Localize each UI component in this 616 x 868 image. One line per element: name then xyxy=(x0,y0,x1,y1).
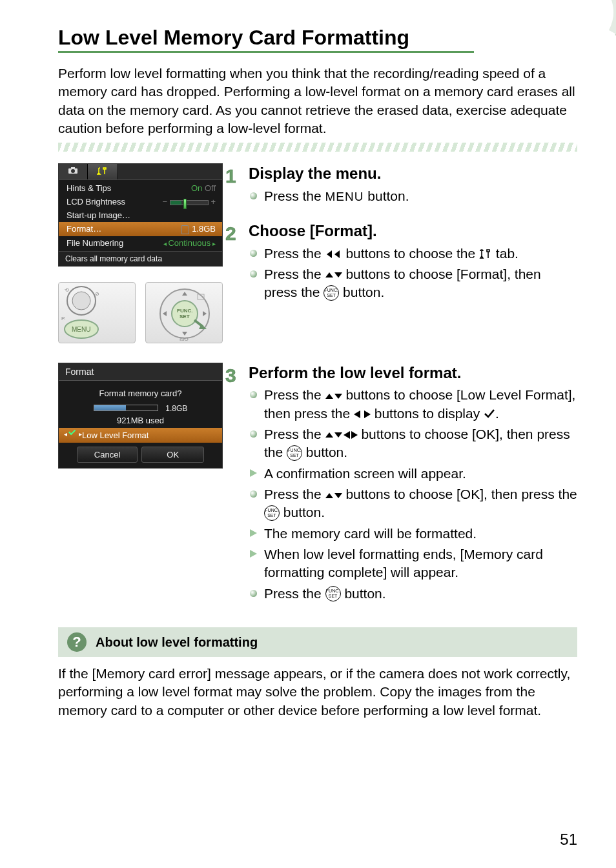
svg-marker-28 xyxy=(364,410,371,418)
funcset-button-illustration: FUNC. SET ISO xyxy=(145,282,223,343)
question-mark-icon: ? xyxy=(67,632,87,652)
menu-button-label: MENU xyxy=(325,190,364,203)
page-number: 51 xyxy=(560,831,577,849)
up-down-icon xyxy=(325,269,342,281)
svg-text:ISO: ISO xyxy=(180,336,189,342)
filenum-value: ◂ Continuous ▸ xyxy=(163,238,216,248)
step-2-item-1: Press the buttons to choose the tab. xyxy=(249,245,577,263)
format-size: 1.8GB xyxy=(165,404,187,413)
step-3-item-7: Press the FUNC.SET button. xyxy=(249,585,577,603)
check-icon xyxy=(68,428,76,435)
left-right-icon xyxy=(325,248,342,260)
svg-marker-26 xyxy=(334,394,342,399)
tab-camera xyxy=(59,164,88,179)
menu-row-filenum: File Numbering ◂ Continuous ▸ xyxy=(59,236,222,250)
low-level-format-row: ◂ ▸ Low Level Format xyxy=(59,428,222,443)
about-body: If the [Memory card error] message appea… xyxy=(58,665,577,720)
step-3-item-1: Press the buttons to choose [Low Level F… xyxy=(249,386,577,423)
step-2-heading: Choose [Format]. xyxy=(249,221,577,241)
about-heading-bar: ? About low level formatting xyxy=(58,627,577,657)
funcset-dial-icon: FUNC. SET ISO xyxy=(146,283,223,344)
funcset-icon: FUNC.SET xyxy=(264,505,280,521)
step-3-item-2: Press the buttons to choose [OK], then p… xyxy=(249,425,577,462)
svg-marker-33 xyxy=(325,493,333,498)
left-right-icon xyxy=(354,409,371,420)
format-question: Format memory card? xyxy=(64,389,217,398)
step-3-item-6: When low level formatting ends, [Memory … xyxy=(249,545,577,582)
ok-button: OK xyxy=(141,447,204,463)
step-number-2: 2 xyxy=(225,221,236,247)
lcd-value: − + xyxy=(163,197,216,207)
svg-point-4 xyxy=(72,292,90,310)
svg-point-2 xyxy=(71,169,75,173)
svg-marker-32 xyxy=(351,431,358,439)
menu-screenshot: Hints & Tips On Off LCD Brightness − + S… xyxy=(58,163,223,267)
step-number-1: 1 xyxy=(225,163,236,190)
startup-label: Start-up Image… xyxy=(67,210,130,220)
hints-label: Hints & Tips xyxy=(67,183,111,193)
filenum-label: File Numbering xyxy=(67,238,123,248)
step-3-item-5: The memory card will be formatted. xyxy=(249,525,577,543)
up-down-icon xyxy=(325,490,342,501)
memory-card-icon xyxy=(181,225,189,234)
step-1: 1 Display the menu. Press the MENU butto… xyxy=(249,163,577,205)
menu-row-format: Format… 1.8GB xyxy=(59,222,222,236)
svg-rect-1 xyxy=(71,167,75,169)
tools-icon xyxy=(97,167,108,176)
format-dialog-title: Format xyxy=(59,363,222,381)
svg-text:⊘: ⊘ xyxy=(95,291,99,297)
svg-marker-24 xyxy=(334,272,342,278)
svg-marker-27 xyxy=(354,410,360,418)
step-3-item-4: Press the buttons to choose [OK], then p… xyxy=(249,485,577,522)
svg-text:P.: P. xyxy=(61,316,66,321)
check-icon xyxy=(484,409,495,420)
funcset-icon: FUNC.SET xyxy=(323,285,339,301)
step-1-item-1: Press the MENU button. xyxy=(249,187,577,205)
page-title: Low Level Memory Card Formatting xyxy=(58,26,474,53)
up-down-left-right-icon xyxy=(325,429,358,441)
svg-marker-21 xyxy=(327,250,332,258)
step-3-item-3: A confirmation screen will appear. xyxy=(249,465,577,483)
steps-3: 3 Perform the low level format. Press th… xyxy=(249,363,577,618)
hints-value: On Off xyxy=(191,183,216,193)
intro-paragraph: Perform low level formatting when you th… xyxy=(58,65,577,137)
svg-marker-25 xyxy=(325,394,333,399)
step-3-heading: Perform the low level format. xyxy=(249,363,577,383)
tab-tools xyxy=(88,164,118,179)
svg-text:MENU: MENU xyxy=(72,326,90,333)
usage-bar-icon xyxy=(94,405,158,411)
svg-marker-23 xyxy=(325,272,333,278)
content-grid: Hints & Tips On Off LCD Brightness − + S… xyxy=(58,163,577,618)
format-used: 921MB used xyxy=(64,416,217,425)
svg-text:FUNC.: FUNC. xyxy=(177,308,192,314)
menu-dial-icon: ⟲ ⊘ P. MENU xyxy=(59,283,136,344)
menu-row-lcd: LCD Brightness − + xyxy=(59,195,222,208)
divider-hatch xyxy=(58,143,577,152)
format-value: 1.8GB xyxy=(181,224,216,234)
menu-list: Hints & Tips On Off LCD Brightness − + S… xyxy=(59,180,222,251)
tab-bar xyxy=(59,164,222,180)
format-dialog-screenshot: Format Format memory card? 1.8GB 921MB u… xyxy=(58,363,223,469)
tools-tab-icon xyxy=(479,248,492,260)
step-2: 2 Choose [Format]. Press the buttons to … xyxy=(249,221,577,301)
funcset-icon: FUNC.SET xyxy=(325,586,341,601)
step-2-item-2: Press the buttons to choose [Format], th… xyxy=(249,265,577,302)
cancel-button: Cancel xyxy=(77,447,138,463)
step-1-heading: Display the menu. xyxy=(249,163,577,184)
svg-text:⟲: ⟲ xyxy=(65,287,69,293)
low-level-format-label: Low Level Format xyxy=(82,430,149,440)
lcd-label: LCD Brightness xyxy=(67,197,125,207)
svg-marker-30 xyxy=(334,432,342,438)
svg-marker-34 xyxy=(334,493,342,498)
funcset-icon: FUNC.SET xyxy=(287,445,302,461)
step-number-3: 3 xyxy=(225,363,236,389)
up-down-icon xyxy=(325,390,342,402)
menu-footer: Clears all memory card data xyxy=(59,251,222,266)
page-container: Low Level Memory Card Formatting Perform… xyxy=(0,0,616,720)
control-illustrations: ⟲ ⊘ P. MENU FUNC. SET xyxy=(58,276,223,343)
menu-row-hints: Hints & Tips On Off xyxy=(59,181,222,195)
svg-marker-29 xyxy=(325,432,333,438)
about-heading: About low level formatting xyxy=(96,635,258,650)
step-3: 3 Perform the low level format. Press th… xyxy=(249,363,577,603)
menu-button-illustration: ⟲ ⊘ P. MENU xyxy=(58,282,136,343)
